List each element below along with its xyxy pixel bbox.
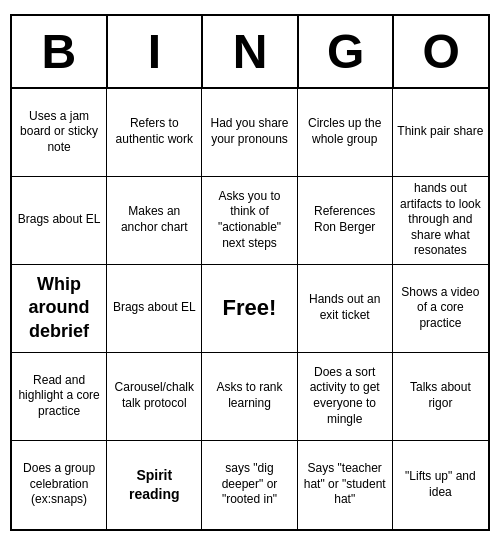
header-letter-o: O xyxy=(394,16,488,87)
bingo-cell-16[interactable]: Carousel/chalk talk protocol xyxy=(107,353,202,441)
bingo-cell-19[interactable]: Talks about rigor xyxy=(393,353,488,441)
bingo-cell-9[interactable]: hands out artifacts to look through and … xyxy=(393,177,488,265)
bingo-cell-8[interactable]: References Ron Berger xyxy=(298,177,393,265)
bingo-grid: Uses a jam board or sticky noteRefers to… xyxy=(12,89,488,529)
header-letter-i: I xyxy=(108,16,204,87)
bingo-cell-3[interactable]: Circles up the whole group xyxy=(298,89,393,177)
bingo-cell-12[interactable]: Free! xyxy=(202,265,297,353)
bingo-cell-23[interactable]: Says "teacher hat" or "student hat" xyxy=(298,441,393,529)
bingo-cell-6[interactable]: Makes an anchor chart xyxy=(107,177,202,265)
bingo-cell-21[interactable]: Spirit reading xyxy=(107,441,202,529)
bingo-cell-2[interactable]: Had you share your pronouns xyxy=(202,89,297,177)
bingo-cell-5[interactable]: Brags about EL xyxy=(12,177,107,265)
bingo-cell-13[interactable]: Hands out an exit ticket xyxy=(298,265,393,353)
bingo-cell-17[interactable]: Asks to rank learning xyxy=(202,353,297,441)
bingo-cell-4[interactable]: Think pair share xyxy=(393,89,488,177)
bingo-cell-7[interactable]: Asks you to think of "actionable" next s… xyxy=(202,177,297,265)
bingo-cell-14[interactable]: Shows a video of a core practice xyxy=(393,265,488,353)
bingo-cell-15[interactable]: Read and highlight a core practice xyxy=(12,353,107,441)
header-letter-b: B xyxy=(12,16,108,87)
bingo-cell-0[interactable]: Uses a jam board or sticky note xyxy=(12,89,107,177)
bingo-cell-11[interactable]: Brags about EL xyxy=(107,265,202,353)
bingo-cell-20[interactable]: Does a group celebration (ex:snaps) xyxy=(12,441,107,529)
bingo-cell-1[interactable]: Refers to authentic work xyxy=(107,89,202,177)
header-letter-g: G xyxy=(299,16,395,87)
bingo-cell-18[interactable]: Does a sort activity to get everyone to … xyxy=(298,353,393,441)
bingo-card: BINGO Uses a jam board or sticky noteRef… xyxy=(10,14,490,531)
header-letter-n: N xyxy=(203,16,299,87)
bingo-cell-22[interactable]: says "dig deeper" or "rooted in" xyxy=(202,441,297,529)
bingo-header: BINGO xyxy=(12,16,488,89)
bingo-cell-24[interactable]: "Lifts up" and idea xyxy=(393,441,488,529)
bingo-cell-10[interactable]: Whip around debrief xyxy=(12,265,107,353)
